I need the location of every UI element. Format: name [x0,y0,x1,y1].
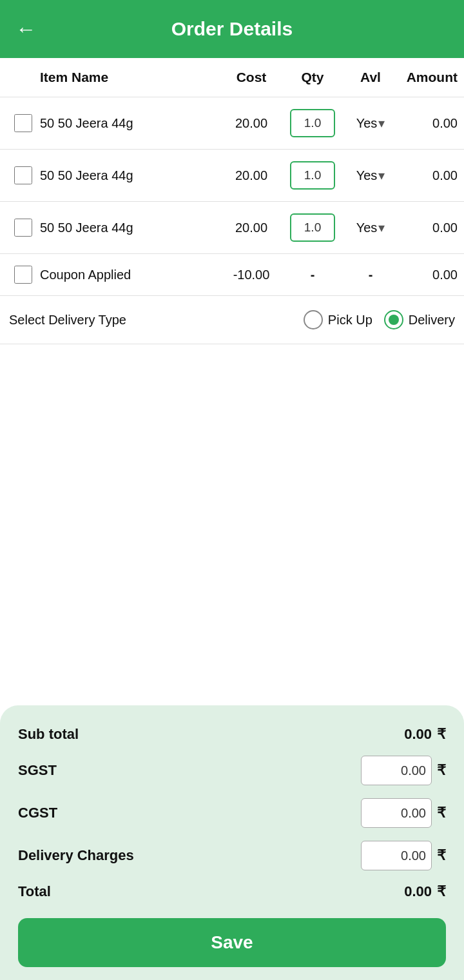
delivery-charges-input[interactable] [361,841,432,870]
table-row: Coupon Applied -10.00 - - 0.00 [0,254,464,296]
subtotal-value: 0.00 [404,726,432,743]
pickup-radio-circle[interactable] [304,310,323,329]
row-2-avl[interactable]: Yes ▾ [342,168,400,183]
delivery-type-label: Select Delivery Type [9,313,292,328]
cgst-row: CGST ₹ [18,798,446,828]
row-4-avl-dash: - [342,268,400,282]
sgst-input[interactable] [361,756,432,785]
cgst-value-wrap: ₹ [361,798,446,828]
row-1-check[interactable] [6,114,40,132]
delivery-charges-rupee-icon: ₹ [437,847,446,864]
order-table: Item Name Cost Qty Avl Amount 50 50 Jeer… [0,58,464,296]
row-1-amount: 0.00 [400,116,458,131]
row-1-avl[interactable]: Yes ▾ [342,115,400,131]
pickup-label: Pick Up [328,313,372,328]
row-1-qty-input[interactable] [290,109,335,137]
row-1-checkbox[interactable] [14,114,32,132]
row-1-cost: 20.00 [219,116,284,131]
sgst-value-wrap: ₹ [361,756,446,785]
delivery-charges-value-wrap: ₹ [361,841,446,870]
total-rupee-icon: ₹ [437,883,446,900]
delivery-label-text: Delivery [409,313,455,328]
table-header-row: Item Name Cost Qty Avl Amount [0,58,464,97]
row-1-avl-arrow-icon: ▾ [378,115,385,131]
row-2-avl-arrow-icon: ▾ [378,168,385,183]
page-title: Order Details [171,18,293,40]
row-1-qty[interactable] [284,109,342,137]
row-3-qty[interactable] [284,213,342,242]
cgst-input[interactable] [361,798,432,828]
row-2-check[interactable] [6,166,40,184]
subtotal-row: Sub total 0.00 ₹ [18,726,446,743]
table-row: 50 50 Jeera 44g 20.00 Yes ▾ 0.00 [0,97,464,150]
row-4-name: Coupon Applied [40,268,219,282]
cgst-label: CGST [18,805,57,821]
row-3-name: 50 50 Jeera 44g [40,220,219,235]
summary-box: Sub total 0.00 ₹ SGST ₹ CGST ₹ Delivery … [0,705,464,980]
row-4-cost: -10.00 [219,268,284,282]
delivery-option[interactable]: Delivery [384,310,455,329]
sgst-rupee-icon: ₹ [437,762,446,779]
subtotal-rupee-icon: ₹ [437,726,446,743]
sgst-row: SGST ₹ [18,756,446,785]
col-avl-header: Avl [342,70,400,85]
row-3-avl-dropdown[interactable]: Yes ▾ [342,220,400,235]
delivery-charges-label: Delivery Charges [18,847,134,864]
empty-space [0,344,464,589]
delivery-radio-circle[interactable] [384,310,403,329]
row-1-avl-dropdown[interactable]: Yes ▾ [342,115,400,131]
subtotal-label: Sub total [18,726,79,743]
row-2-name: 50 50 Jeera 44g [40,168,219,183]
row-3-avl-arrow-icon: ▾ [378,220,385,235]
pickup-option[interactable]: Pick Up [304,310,372,329]
col-cost-header: Cost [219,70,284,85]
row-4-check[interactable] [6,266,40,284]
total-label: Total [18,883,51,900]
subtotal-value-wrap: 0.00 ₹ [404,726,446,743]
delivery-charges-row: Delivery Charges ₹ [18,841,446,870]
row-4-amount: 0.00 [400,268,458,282]
total-row: Total 0.00 ₹ [18,883,446,900]
row-3-check[interactable] [6,219,40,237]
row-2-cost: 20.00 [219,168,284,183]
row-3-avl[interactable]: Yes ▾ [342,220,400,235]
row-4-checkbox[interactable] [14,266,32,284]
cgst-rupee-icon: ₹ [437,805,446,821]
row-1-avl-value: Yes [356,116,378,131]
total-value: 0.00 [404,883,432,900]
back-button[interactable]: ← [15,17,36,41]
col-amount-header: Amount [400,70,458,85]
row-3-cost: 20.00 [219,220,284,235]
delivery-radio-inner [389,315,399,325]
row-3-avl-value: Yes [356,220,378,235]
save-button[interactable]: Save [18,918,446,967]
table-row: 50 50 Jeera 44g 20.00 Yes ▾ 0.00 [0,202,464,254]
table-row: 50 50 Jeera 44g 20.00 Yes ▾ 0.00 [0,150,464,202]
row-1-name: 50 50 Jeera 44g [40,116,219,131]
col-name-header: Item Name [40,70,219,85]
row-2-qty[interactable] [284,161,342,190]
row-2-checkbox[interactable] [14,166,32,184]
row-4-qty-dash: - [284,268,342,282]
header: ← Order Details [0,0,464,58]
row-3-qty-input[interactable] [290,213,335,242]
row-3-checkbox[interactable] [14,219,32,237]
row-3-amount: 0.00 [400,220,458,235]
sgst-label: SGST [18,762,57,779]
col-qty-header: Qty [284,70,342,85]
row-2-qty-input[interactable] [290,161,335,190]
delivery-type-row: Select Delivery Type Pick Up Delivery [0,296,464,344]
row-2-avl-value: Yes [356,168,378,183]
row-2-avl-dropdown[interactable]: Yes ▾ [342,168,400,183]
total-value-wrap: 0.00 ₹ [404,883,446,900]
row-2-amount: 0.00 [400,168,458,183]
